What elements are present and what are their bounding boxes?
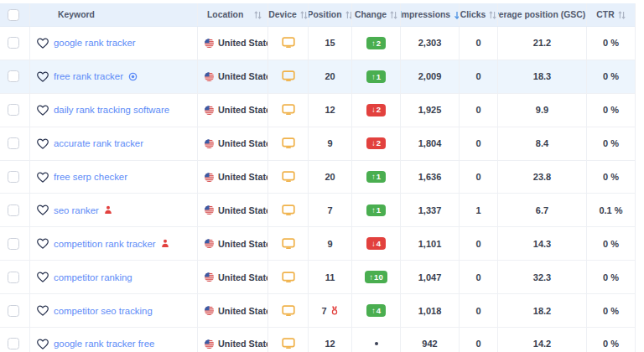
row-checkbox[interactable]	[8, 70, 19, 82]
favorite-heart-icon[interactable]	[37, 172, 49, 183]
row-checkbox[interactable]	[8, 238, 19, 250]
keyword-link[interactable]: competitor seo tracking	[54, 306, 153, 316]
keyword-link[interactable]: competitor ranking	[54, 272, 132, 282]
row-select-cell	[0, 27, 30, 60]
favorite-heart-icon[interactable]	[37, 339, 49, 349]
ctr-cell: 0 %	[587, 60, 635, 93]
select-all-checkbox[interactable]	[8, 9, 19, 21]
location-label: United States	[218, 105, 268, 115]
avg-position-value: 14.3	[533, 239, 551, 249]
device-cell	[268, 127, 309, 160]
column-label-change: Change	[355, 10, 387, 19]
header-cell-avg_position[interactable]: Average position (GSC)	[498, 3, 587, 26]
header-cell-keyword: Keyword	[30, 3, 198, 26]
change-cell: ↓2	[352, 94, 401, 127]
target-icon	[128, 72, 138, 81]
favorite-heart-icon[interactable]	[37, 238, 49, 249]
keyword-link[interactable]: seo ranker	[54, 205, 99, 215]
favorite-heart-icon[interactable]	[37, 71, 49, 82]
us-flag-icon	[205, 306, 214, 315]
device-cell	[268, 194, 309, 226]
desktop-device-icon	[282, 272, 295, 283]
header-cell-location[interactable]: Location	[198, 3, 268, 26]
favorite-heart-icon[interactable]	[37, 138, 49, 149]
clicks-value: 0	[475, 239, 480, 249]
device-cell	[268, 294, 309, 327]
change-cell	[352, 328, 401, 352]
sort-icon[interactable]	[254, 11, 262, 19]
location-cell: United States	[198, 60, 268, 93]
favorite-heart-icon[interactable]	[37, 305, 49, 316]
favorite-heart-icon[interactable]	[37, 38, 49, 49]
ctr-cell: 0 %	[587, 294, 635, 327]
us-flag-icon	[205, 239, 214, 248]
change-badge-up: ↑1	[366, 70, 385, 83]
favorite-heart-icon[interactable]	[37, 272, 49, 282]
change-arrow: ↑	[369, 273, 373, 282]
change-badge-up: ↑1	[366, 204, 385, 217]
row-checkbox[interactable]	[8, 37, 19, 49]
avg-position-cell: 18.2	[498, 294, 587, 327]
position-cell: 15	[309, 27, 352, 60]
favorite-heart-icon[interactable]	[37, 204, 49, 215]
change-badge-down: ↓2	[366, 137, 385, 150]
row-checkbox[interactable]	[8, 338, 19, 349]
header-cell-clicks[interactable]: Clicks	[460, 3, 498, 26]
column-label-avg_position: Average position (GSC)	[498, 10, 585, 19]
keyword-link[interactable]: free rank tracker	[54, 71, 123, 81]
sort-icon[interactable]	[618, 11, 626, 19]
device-cell	[268, 227, 309, 260]
impressions-cell: 1,101	[401, 227, 460, 260]
header-cell-position[interactable]: Position	[309, 3, 352, 26]
sort-desc-active-icon[interactable]	[454, 11, 460, 19]
column-label-device: Device	[268, 10, 297, 19]
ctr-cell: 0 %	[587, 161, 635, 194]
row-select-cell	[0, 227, 30, 260]
table-row: daily rank tracking softwareUnited State…	[0, 94, 635, 127]
ctr-cell: 0 %	[587, 328, 635, 352]
keyword-link[interactable]: competition rank tracker	[54, 239, 156, 249]
location-cell: United States	[198, 294, 268, 327]
change-value: 1	[377, 73, 381, 81]
keyword-link[interactable]: google rank tracker free	[54, 339, 154, 349]
row-checkbox[interactable]	[8, 171, 19, 183]
ctr-value: 0 %	[603, 306, 619, 316]
row-checkbox[interactable]	[8, 305, 19, 317]
row-checkbox[interactable]	[8, 104, 19, 116]
header-cell-impressions[interactable]: Impressions	[401, 3, 460, 26]
change-arrow: ↓	[371, 106, 376, 114]
position-cell: 11	[309, 261, 352, 293]
desktop-device-icon	[282, 238, 295, 250]
ctr-cell: 0 %	[587, 227, 635, 260]
header-cell-device[interactable]: Device	[268, 3, 309, 26]
sort-icon[interactable]	[489, 11, 496, 19]
location-label: United States	[218, 339, 268, 349]
change-cell: ↑4	[352, 294, 401, 327]
sort-icon[interactable]	[300, 11, 308, 19]
keyword-link[interactable]: free serp checker	[54, 172, 127, 182]
avg-position-cell: 21.2	[498, 27, 587, 60]
avg-position-value: 14.2	[533, 339, 551, 349]
keyword-link[interactable]: daily rank tracking software	[54, 105, 169, 115]
sort-icon[interactable]	[345, 11, 353, 19]
header-cell-select[interactable]	[0, 3, 30, 26]
row-checkbox[interactable]	[8, 272, 19, 283]
keyword-link[interactable]: accurate rank tracker	[54, 138, 143, 148]
change-value: 2	[377, 39, 381, 48]
position-value: 12	[325, 339, 335, 349]
header-cell-ctr[interactable]: CTR	[587, 3, 635, 26]
avg-position-value: 8.4	[536, 138, 548, 148]
row-checkbox[interactable]	[8, 204, 19, 216]
keyword-link[interactable]: google rank tracker	[54, 38, 136, 48]
position-value: 7	[327, 205, 332, 215]
clicks-cell: 0	[460, 328, 498, 352]
sort-icon[interactable]	[390, 11, 397, 19]
location-cell: United States	[198, 27, 268, 60]
favorite-heart-icon[interactable]	[37, 105, 49, 116]
change-badge-up: ↑4	[366, 304, 385, 317]
position-cell: 9	[309, 227, 352, 260]
change-arrow: ↑	[371, 39, 376, 48]
header-cell-change[interactable]: Change	[352, 3, 401, 26]
clicks-cell: 0	[460, 261, 498, 293]
row-checkbox[interactable]	[8, 137, 19, 149]
